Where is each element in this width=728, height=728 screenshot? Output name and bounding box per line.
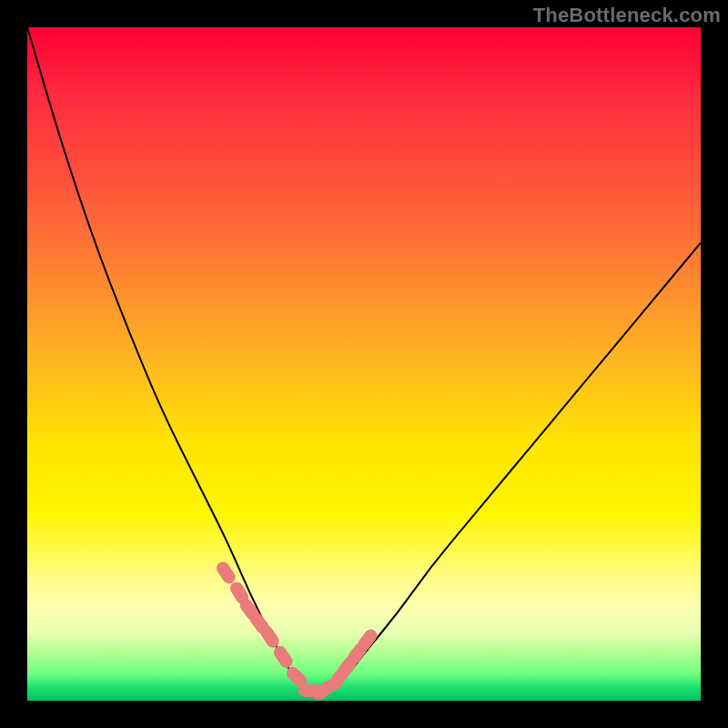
curve-canvas [27, 27, 701, 701]
band-marker [214, 560, 238, 586]
marker-group [214, 560, 379, 701]
watermark-text: TheBottleneck.com [533, 4, 721, 27]
band-marker [271, 643, 295, 670]
plot-area [27, 27, 701, 701]
bottleneck-curve [27, 27, 701, 694]
chart-frame: TheBottleneck.com [0, 0, 728, 728]
